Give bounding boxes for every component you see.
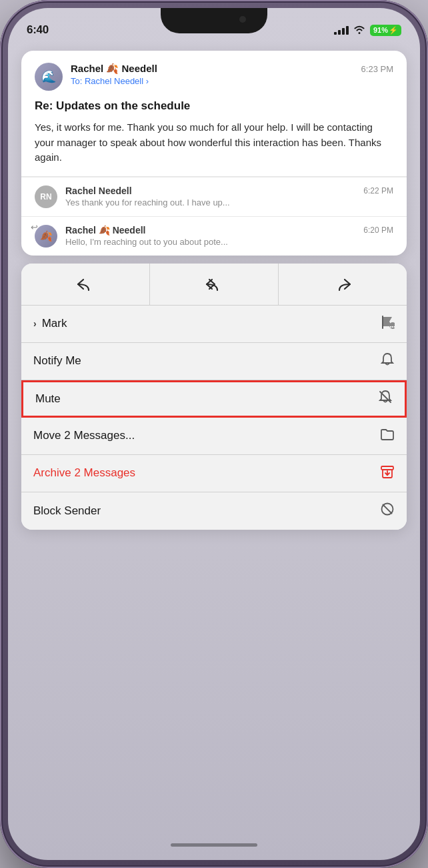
- quoted-name-1: Rachel Needell: [65, 185, 132, 196]
- svg-line-6: [383, 505, 392, 514]
- quoted-message-1[interactable]: RN Rachel Needell 6:22 PM Yes thank you …: [21, 177, 407, 216]
- email-subject: Re: Updates on the schedule: [35, 99, 393, 113]
- notify-label: Notify Me: [33, 354, 81, 368]
- email-body: Yes, it works for me. Thank you so much …: [35, 120, 393, 165]
- signal-bar-4: [346, 26, 349, 35]
- svg-rect-3: [381, 466, 393, 470]
- block-label: Block Sender: [33, 504, 101, 518]
- phone-screen: 6:40 91% ⚡: [8, 8, 420, 860]
- folder-icon: [380, 428, 395, 444]
- quoted-meta-2: Rachel 🍂 Needell 6:20 PM Hello, I'm reac…: [65, 225, 393, 247]
- battery-badge: 91% ⚡: [370, 25, 401, 36]
- home-indicator: [171, 843, 257, 847]
- quoted-name-2: Rachel 🍂 Needell: [65, 225, 146, 236]
- block-row[interactable]: Block Sender: [21, 492, 407, 530]
- mute-label: Mute: [35, 392, 61, 406]
- mark-row-left: › Mark: [33, 317, 67, 330]
- svg-text:•••: •••: [390, 324, 395, 330]
- mute-bell-icon: [378, 390, 393, 408]
- battery-level: 91%: [373, 26, 388, 34]
- mute-row[interactable]: Mute: [21, 380, 407, 418]
- quoted-avatar-1: RN: [35, 185, 57, 208]
- reply-button[interactable]: [21, 264, 150, 305]
- move-row[interactable]: Move 2 Messages...: [21, 418, 407, 455]
- quoted-time-1: 6:22 PM: [363, 186, 393, 195]
- status-right: 91% ⚡: [334, 25, 401, 36]
- archive-icon: [380, 465, 395, 482]
- email-card[interactable]: 🌊 Rachel 🍂 Needell 6:23 PM To: Rachel Ne…: [21, 51, 407, 256]
- forward-button[interactable]: [279, 264, 407, 305]
- archive-label: Archive 2 Messages: [33, 466, 135, 480]
- quoted-avatar-2: 🍂: [35, 225, 57, 248]
- bell-icon: [380, 352, 395, 370]
- email-header: 🌊 Rachel 🍂 Needell 6:23 PM To: Rachel Ne…: [35, 63, 393, 91]
- quoted-avatar-wrapper-2: ↩ 🍂: [35, 225, 57, 248]
- quoted-preview-1: Yes thank you for reaching out. I have u…: [65, 197, 393, 207]
- block-icon: [380, 502, 395, 520]
- mark-label: Mark: [42, 317, 67, 330]
- quoted-preview-2: Hello, I'm reaching out to you about pot…: [65, 237, 393, 247]
- phone-frame: 6:40 91% ⚡: [0, 0, 428, 868]
- to-link[interactable]: ›: [146, 76, 149, 86]
- status-time: 6:40: [27, 23, 49, 37]
- sender-name: Rachel 🍂 Needell: [71, 63, 157, 75]
- quoted-meta-1: Rachel Needell 6:22 PM Yes thank you for…: [65, 185, 393, 207]
- action-menu: › Mark ••• Notify Me: [21, 264, 407, 530]
- notch: [161, 8, 267, 33]
- wifi-icon: [353, 25, 365, 36]
- mark-flag-icon: •••: [380, 315, 395, 333]
- email-to: To: Rachel Needell ›: [71, 76, 393, 86]
- battery-symbol: ⚡: [389, 26, 398, 35]
- quoted-header-1: Rachel Needell 6:22 PM: [65, 185, 393, 196]
- quoted-message-2[interactable]: ↩ 🍂 Rachel 🍂 Needell 6:20 PM Hello, I'm …: [21, 216, 407, 256]
- mark-row[interactable]: › Mark •••: [21, 306, 407, 343]
- signal-bars: [334, 25, 349, 35]
- quoted-time-2: 6:20 PM: [363, 226, 393, 235]
- avatar: 🌊: [35, 63, 63, 91]
- action-icons-row: [21, 264, 407, 306]
- quoted-header-2: Rachel 🍂 Needell 6:20 PM: [65, 225, 393, 236]
- email-time: 6:23 PM: [361, 64, 393, 74]
- email-main: 🌊 Rachel 🍂 Needell 6:23 PM To: Rachel Ne…: [21, 51, 407, 177]
- notify-me-row[interactable]: Notify Me: [21, 343, 407, 380]
- sender-line: Rachel 🍂 Needell 6:23 PM: [71, 63, 393, 75]
- signal-bar-1: [334, 32, 337, 35]
- archive-row[interactable]: Archive 2 Messages: [21, 455, 407, 492]
- signal-bar-3: [342, 28, 345, 35]
- camera: [238, 15, 247, 24]
- move-label: Move 2 Messages...: [33, 429, 135, 442]
- content-area: 🌊 Rachel 🍂 Needell 6:23 PM To: Rachel Ne…: [8, 43, 420, 860]
- mark-chevron-icon: ›: [33, 318, 37, 329]
- signal-bar-2: [338, 30, 341, 35]
- email-meta: Rachel 🍂 Needell 6:23 PM To: Rachel Need…: [71, 63, 393, 86]
- reply-all-button[interactable]: [150, 264, 279, 305]
